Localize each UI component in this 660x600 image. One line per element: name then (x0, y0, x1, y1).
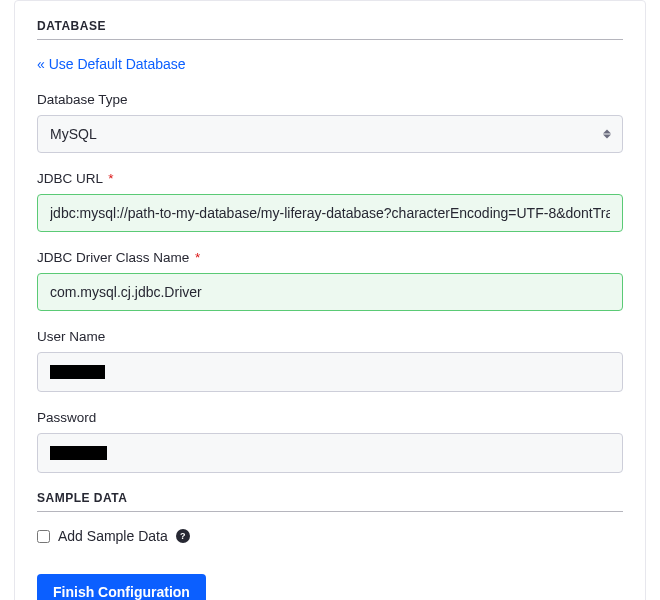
sample-data-section-title: SAMPLE DATA (37, 491, 623, 512)
password-field: Password (37, 410, 623, 473)
jdbc-url-label: JDBC URL * (37, 171, 623, 186)
required-asterisk: * (108, 171, 113, 186)
driver-class-label: JDBC Driver Class Name * (37, 250, 623, 265)
config-panel: DATABASE « Use Default Database Database… (14, 0, 646, 600)
finish-configuration-button[interactable]: Finish Configuration (37, 574, 206, 600)
driver-class-input[interactable] (37, 273, 623, 311)
required-asterisk: * (195, 250, 200, 265)
jdbc-url-field: JDBC URL * (37, 171, 623, 232)
database-type-label: Database Type (37, 92, 623, 107)
user-name-label: User Name (37, 329, 623, 344)
use-default-database-link[interactable]: « Use Default Database (37, 56, 186, 72)
user-name-input[interactable] (37, 352, 623, 392)
add-sample-data-checkbox[interactable] (37, 530, 50, 543)
add-sample-data-row: Add Sample Data ? (37, 528, 623, 544)
user-name-field: User Name (37, 329, 623, 392)
help-icon[interactable]: ? (176, 529, 190, 543)
jdbc-url-input[interactable] (37, 194, 623, 232)
database-type-field: Database Type MySQL (37, 92, 623, 153)
jdbc-url-label-text: JDBC URL (37, 171, 103, 186)
password-label: Password (37, 410, 623, 425)
database-section-title: DATABASE (37, 19, 623, 40)
database-type-select-wrap: MySQL (37, 115, 623, 153)
password-redacted (50, 446, 107, 460)
user-name-redacted (50, 365, 105, 379)
database-type-select[interactable]: MySQL (37, 115, 623, 153)
password-input[interactable] (37, 433, 623, 473)
add-sample-data-label: Add Sample Data (58, 528, 168, 544)
driver-class-field: JDBC Driver Class Name * (37, 250, 623, 311)
driver-class-label-text: JDBC Driver Class Name (37, 250, 189, 265)
